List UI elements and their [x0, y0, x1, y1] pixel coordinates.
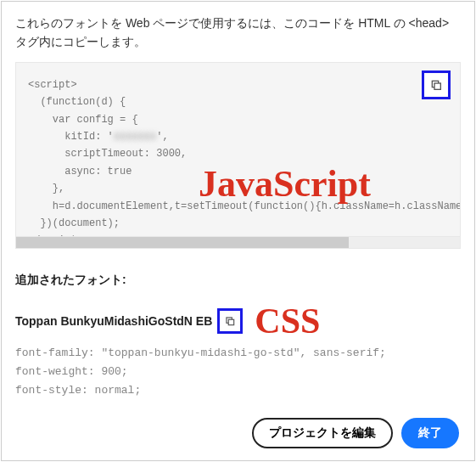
code-line: <script> — [28, 79, 77, 91]
instruction-text: これらのフォントを Web ページで使用するには、このコードを HTML の <… — [15, 14, 461, 52]
code-line: scriptTimeout: 3000, — [28, 148, 187, 160]
horizontal-scrollbar[interactable] — [15, 237, 461, 249]
svg-rect-1 — [434, 83, 440, 89]
css-line: font-weight: 900; — [15, 365, 128, 378]
font-name: Toppan BunkyuMidashiGoStdN EB — [15, 314, 212, 328]
code-line: ', — [156, 131, 168, 143]
script-code-block[interactable]: <script> (function(d) { var config = { k… — [15, 62, 461, 237]
code-line: kitId: ' — [28, 131, 114, 143]
copy-css-button[interactable] — [217, 308, 243, 334]
code-line: async: true — [28, 166, 132, 177]
css-line: font-family: "toppan-bunkyu-midashi-go-s… — [15, 346, 386, 359]
code-block-wrapper: <script> (function(d) { var config = { k… — [15, 62, 461, 249]
code-line: }, — [28, 183, 64, 194]
css-line: font-style: normal; — [15, 384, 141, 397]
copy-icon — [224, 315, 236, 327]
code-line: })(document); — [28, 217, 120, 229]
dialog-buttons: プロジェクトを編集 終了 — [252, 418, 459, 448]
code-line: var config = { — [28, 114, 138, 126]
font-entry-row: Toppan BunkyuMidashiGoStdN EB CSS — [15, 303, 461, 339]
css-code-block: font-family: "toppan-bunkyu-midashi-go-s… — [15, 344, 461, 400]
edit-project-button[interactable]: プロジェクトを編集 — [252, 418, 393, 448]
css-annotation: CSS — [255, 303, 320, 339]
kit-id-redacted: xxxxxxx — [114, 131, 156, 143]
code-line: (function(d) { — [28, 96, 126, 108]
copy-script-button[interactable] — [422, 70, 451, 99]
added-fonts-title: 追加されたフォント: — [15, 273, 461, 288]
svg-rect-3 — [229, 319, 234, 324]
copy-icon — [429, 78, 443, 92]
done-button[interactable]: 終了 — [401, 418, 459, 448]
dialog: これらのフォントを Web ページで使用するには、このコードを HTML の <… — [1, 1, 475, 461]
code-line: h=d.documentElement,t=setTimeout(functio… — [28, 200, 461, 212]
